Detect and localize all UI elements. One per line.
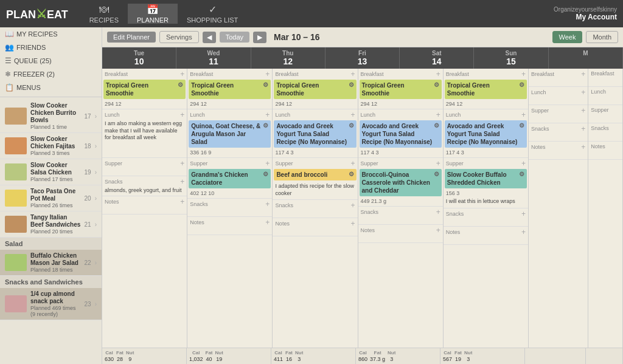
edit-icon[interactable]: ⚙ [434, 81, 439, 88]
lunch-section-sat: Lunch + Avocado and Greek Yogurt Tuna Sa… [444, 109, 528, 158]
add-snacks-tue[interactable]: + [180, 178, 184, 185]
add-snacks-sat[interactable]: + [521, 210, 526, 218]
footer-sun [525, 348, 586, 364]
chevron-right-icon: › [95, 113, 97, 120]
day-col-sat: Breakfast + Tropical Green Smoothie ⚙ 29… [444, 69, 529, 348]
add-supper-sat[interactable]: + [521, 160, 526, 167]
add-breakfast-sun[interactable]: + [581, 70, 585, 78]
edit-icon[interactable]: ⚙ [434, 171, 439, 177]
calendar-body: Breakfast + Tropical Green Smoothie ⚙ 29… [102, 69, 623, 348]
recipe-name: Slow Cooker Chicken Fajitas [30, 136, 81, 150]
week-button[interactable]: Week [552, 31, 583, 43]
edit-icon[interactable]: ⚙ [349, 81, 354, 88]
meal-card[interactable]: Tropical Green Smoothie ⚙ [360, 80, 442, 99]
list-item[interactable]: Taco Pasta One Pot Meal Planned 26 times… [0, 185, 102, 211]
list-item[interactable]: 1/4 cup almond snack pack Planned 469 ti… [0, 288, 102, 320]
add-notes-sat[interactable]: + [521, 228, 526, 236]
edit-icon[interactable]: ⚙ [263, 122, 268, 129]
add-lunch-wed[interactable]: + [265, 111, 270, 118]
edit-icon[interactable]: ⚙ [519, 81, 524, 88]
sidebar-item-queue[interactable]: ☰ QUEUE (25) [0, 54, 102, 67]
add-snacks-thu[interactable]: + [351, 202, 355, 209]
edit-icon[interactable]: ⚙ [519, 122, 524, 129]
meal-card[interactable]: Tropical Green Smoothie ⚙ [189, 80, 271, 99]
account[interactable]: Organizeyourselfskinny My Account [554, 6, 617, 21]
list-item[interactable]: Buffalo Chicken Mason Jar Salad Planned … [0, 250, 102, 276]
meal-card[interactable]: Avocado and Greek Yogurt Tuna Salad Reci… [274, 120, 356, 148]
meal-card[interactable]: Tropical Green Smoothie ⚙ [103, 80, 186, 99]
sidebar-item-my-recipes[interactable]: 📖 MY RECIPES [0, 27, 102, 41]
edit-planner-button[interactable]: Edit Planner [107, 32, 156, 43]
add-breakfast-wed[interactable]: + [265, 70, 270, 78]
sidebar-item-friends[interactable]: 👥 FRIENDS [0, 41, 102, 54]
add-notes-sun[interactable]: + [581, 143, 585, 151]
list-item[interactable]: Tangy Italian Beef Sandwiches Planned 20… [0, 211, 102, 238]
month-button[interactable]: Month [586, 31, 618, 43]
meal-card[interactable]: Tropical Green Smoothie ⚙ [445, 80, 527, 99]
meal-card[interactable]: Broccoli-Quinoa Casserole with Chicken a… [360, 169, 442, 196]
list-item[interactable]: Slow Cooker Chicken Fajitas Planned 3 ti… [0, 133, 102, 159]
add-notes-thu[interactable]: + [351, 220, 355, 227]
add-notes-fri[interactable]: + [436, 227, 440, 234]
edit-icon[interactable]: ⚙ [349, 171, 354, 177]
footer-fri: Cal 860 Fat 37.3 g Nut 3 [356, 348, 440, 364]
add-supper-fri[interactable]: + [436, 160, 440, 167]
prev-week-button[interactable]: ◀ [203, 32, 216, 43]
today-button[interactable]: Today [220, 32, 249, 43]
add-notes-tue[interactable]: + [180, 198, 184, 205]
meal-card[interactable]: Grandma's Chicken Cacciatore ⚙ [189, 169, 271, 188]
nav-planner[interactable]: 📅 PLANNER [128, 4, 178, 24]
add-breakfast-thu[interactable]: + [351, 70, 355, 78]
recipe-name: Slow Cooker Chicken Burrito Bowls [30, 102, 81, 124]
add-lunch-sun[interactable]: + [581, 89, 585, 96]
breakfast-section-sun: Breakfast + [529, 69, 588, 87]
notes-section-thu: Notes + [273, 218, 357, 236]
meal-card[interactable]: Slow Cooker Buffalo Shredded Chicken ⚙ [445, 169, 527, 188]
edit-icon[interactable]: ⚙ [178, 81, 183, 88]
day-header-thu: Thu 12 [251, 47, 325, 69]
add-breakfast-fri[interactable]: + [436, 70, 440, 78]
meal-card[interactable]: Avocado and Greek Yogurt Tuna Salad Reci… [360, 120, 442, 148]
chevron-right-icon: › [95, 301, 97, 307]
snacks-section-tue: Snacks + almonds, greek yogurt, and frui… [102, 176, 187, 196]
meal-card[interactable]: Beef and broccoli ⚙ [274, 169, 356, 180]
calendar-footer: Cal 630 Fat 28 Nut 9 Cal 1,032 [102, 348, 623, 364]
list-item[interactable]: Slow Cooker Salsa Chicken Planned 17 tim… [0, 159, 102, 185]
nav-recipes[interactable]: 🍽 RECIPES [80, 4, 128, 24]
breakfast-section-wed: Breakfast + Tropical Green Smoothie ⚙ 29… [187, 69, 272, 109]
sidebar-item-freezer[interactable]: ❄ FREEZER (2) [0, 67, 102, 81]
edit-icon[interactable]: ⚙ [349, 122, 354, 129]
add-breakfast-tue[interactable]: + [180, 70, 184, 78]
sidebar-item-menus[interactable]: 📋 MENUS [0, 81, 102, 94]
edit-icon[interactable]: ⚙ [434, 122, 439, 129]
add-supper-tue[interactable]: + [180, 160, 184, 167]
add-supper-sun[interactable]: + [581, 107, 585, 114]
add-supper-thu[interactable]: + [351, 160, 355, 167]
edit-icon[interactable]: ⚙ [263, 171, 268, 177]
add-lunch-fri[interactable]: + [436, 111, 440, 118]
recipe-thumb [5, 216, 27, 233]
add-lunch-thu[interactable]: + [351, 111, 355, 118]
list-item[interactable]: Slow Cooker Chicken Burrito Bowls Planne… [0, 100, 102, 133]
meal-card[interactable]: Avocado and Greek Yogurt Tuna Salad Reci… [445, 120, 527, 148]
footer-sat: Cal 567 Fat 19 Nut 3 [440, 348, 525, 364]
edit-icon[interactable]: ⚙ [519, 171, 524, 177]
add-snacks-sun[interactable]: + [581, 125, 585, 132]
meal-card[interactable]: Tropical Green Smoothie ⚙ [274, 80, 356, 99]
add-notes-wed[interactable]: + [265, 219, 270, 226]
add-breakfast-sat[interactable]: + [521, 70, 526, 78]
notes-section-sun: Notes + [529, 142, 588, 160]
next-week-button[interactable]: ▶ [253, 32, 266, 43]
add-snacks-fri[interactable]: + [436, 208, 440, 216]
add-snacks-wed[interactable]: + [265, 201, 270, 208]
nav-shopping[interactable]: ✓ SHOPPING LIST [178, 4, 247, 24]
edit-icon[interactable]: ⚙ [263, 81, 268, 88]
freezer-icon: ❄ [5, 70, 11, 78]
add-lunch-sat[interactable]: + [521, 111, 526, 118]
servings-button[interactable]: Servings [159, 31, 199, 43]
meal-card[interactable]: Quinoa, Goat Cheese, & Arugula Mason Jar… [189, 120, 271, 148]
supper-section-sat: Supper + Slow Cooker Buffalo Shredded Ch… [444, 158, 528, 208]
add-lunch-tue[interactable]: + [180, 111, 184, 118]
add-supper-wed[interactable]: + [265, 160, 270, 167]
calendar: Tue 10 Wed 11 Thu 12 Fri 13 Sat 14 [102, 47, 623, 364]
